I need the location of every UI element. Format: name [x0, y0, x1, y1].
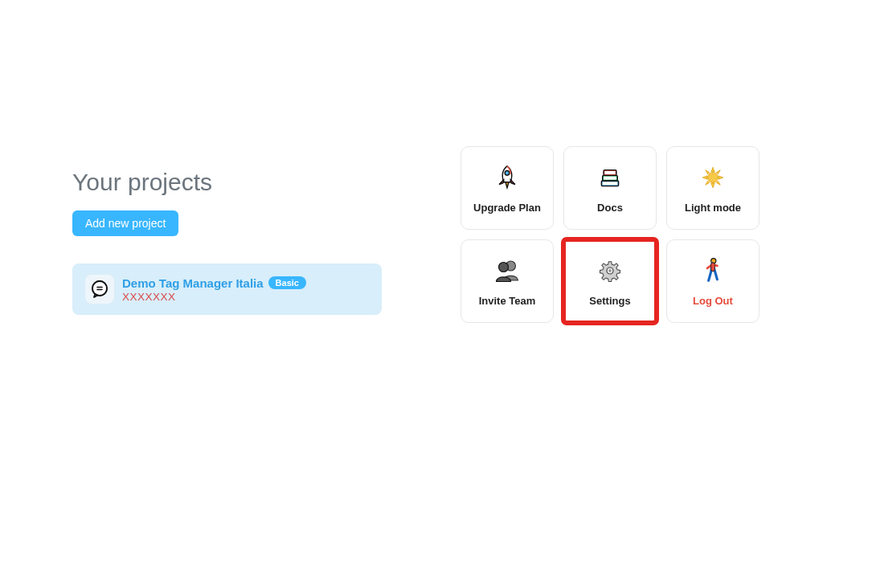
sun-icon	[698, 163, 727, 192]
tile-label: Upgrade Plan	[473, 202, 541, 214]
svg-rect-9	[604, 176, 616, 179]
svg-rect-10	[604, 171, 615, 174]
tile-label: Docs	[597, 202, 623, 214]
upgrade-plan-tile[interactable]: Upgrade Plan	[461, 146, 554, 230]
settings-tile[interactable]: Settings	[563, 239, 657, 323]
logout-tile[interactable]: Log Out	[666, 239, 759, 323]
svg-point-4	[505, 170, 510, 175]
books-icon	[596, 163, 624, 192]
project-code: XXXXXXX	[122, 291, 306, 303]
projects-panel: Your projects Add new project D	[72, 169, 386, 315]
people-icon	[493, 256, 522, 285]
svg-marker-16	[706, 169, 710, 174]
gear-icon	[596, 256, 624, 285]
tile-label: Light mode	[685, 202, 741, 214]
svg-marker-15	[718, 175, 723, 178]
svg-point-11	[708, 172, 718, 182]
tile-label: Settings	[589, 295, 630, 307]
svg-point-1	[92, 281, 107, 296]
plan-badge: Basic	[268, 276, 306, 289]
svg-marker-13	[711, 183, 714, 188]
svg-marker-12	[711, 167, 714, 172]
person-walking-icon	[698, 256, 727, 285]
page-title: Your projects	[72, 169, 386, 196]
svg-rect-8	[603, 182, 618, 185]
chat-bubble-icon	[90, 280, 109, 299]
project-name: Demo Tag Manager Italia	[122, 276, 264, 290]
project-icon-wrap	[85, 275, 114, 304]
rocket-icon	[493, 163, 522, 192]
action-tiles-grid: Upgrade Plan Docs	[461, 146, 759, 323]
svg-marker-14	[702, 175, 707, 178]
docs-tile[interactable]: Docs	[563, 146, 657, 230]
svg-marker-19	[716, 169, 720, 174]
svg-marker-18	[706, 181, 710, 185]
light-mode-tile[interactable]: Light mode	[666, 146, 759, 230]
svg-rect-25	[711, 262, 715, 271]
tile-label: Invite Team	[479, 295, 536, 307]
project-info: Demo Tag Manager Italia Basic XXXXXXX	[122, 276, 306, 303]
svg-marker-17	[716, 181, 720, 185]
svg-point-21	[499, 262, 509, 272]
invite-team-tile[interactable]: Invite Team	[461, 239, 554, 323]
tile-label: Log Out	[693, 295, 733, 307]
add-new-project-button[interactable]: Add new project	[72, 210, 178, 236]
project-card[interactable]: Demo Tag Manager Italia Basic XXXXXXX	[72, 263, 382, 315]
svg-point-23	[608, 269, 611, 272]
project-name-row: Demo Tag Manager Italia Basic	[122, 276, 306, 290]
